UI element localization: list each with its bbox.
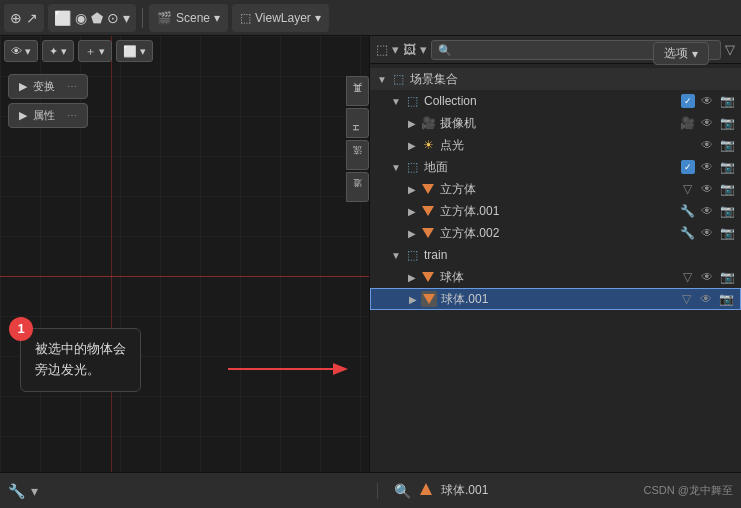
- cube3-eye-icon[interactable]: 👁: [699, 226, 715, 240]
- train-collection-row[interactable]: ▼ ⬚ train: [370, 244, 741, 266]
- camera-eye-icon[interactable]: 👁: [699, 116, 715, 130]
- cube2-wrench-icon: 🔧: [679, 204, 695, 218]
- light-row[interactable]: ▶ ☀ 点光 👁 📷: [370, 134, 741, 156]
- cube3-cam-icon[interactable]: 📷: [719, 226, 735, 240]
- ground-icon: ⬚: [404, 159, 420, 175]
- bb-chevron-icon[interactable]: ▾: [31, 483, 38, 499]
- collection-checkbox[interactable]: ✓: [681, 94, 695, 108]
- sphere2-row[interactable]: ▶ 球体.001 ▽ 👁 📷: [370, 288, 741, 310]
- scene-chevron: ▾: [214, 11, 220, 25]
- camera-row[interactable]: ▶ 🎥 摄像机 🎥 👁 📷: [370, 112, 741, 134]
- view-menu-btn[interactable]: 👁 ▾: [4, 40, 38, 62]
- red-arrow: [228, 361, 348, 377]
- outliner-mode-icon[interactable]: ⬚: [376, 42, 388, 57]
- tab-h[interactable]: H: [346, 108, 369, 138]
- main-area: 👁 ▾ ✦ ▾ ＋ ▾ ⬜ ▾ ▶ 变换 ⋯ ▶ 属性 ⋯ 工具 H 流 道: [0, 36, 741, 472]
- collection-cam-icon[interactable]: 📷: [719, 94, 735, 108]
- scene-collection-row[interactable]: ▼ ⬚ 场景集合: [370, 68, 741, 90]
- scene-collection-name: 场景集合: [410, 71, 735, 88]
- cube2-expand-arrow: ▶: [406, 205, 418, 217]
- sphere2-cam-icon[interactable]: 📷: [718, 292, 734, 306]
- light-icon: ☀: [420, 137, 436, 153]
- outliner-image-icon[interactable]: 🖼: [403, 42, 416, 57]
- outliner-chevron-icon[interactable]: ▾: [392, 42, 399, 57]
- tab-liu[interactable]: 流: [346, 140, 369, 170]
- camera-expand-arrow: ▶: [406, 117, 418, 129]
- bb-watermark: CSDN @龙中舞至: [644, 483, 733, 498]
- light-cam-icon[interactable]: 📷: [719, 138, 735, 152]
- top-toolbar: ⊕ ↗ ⬜ ◉ ⬟ ⊙ ▾ 🎬 Scene ▾ ⬚ ViewLayer ▾: [0, 0, 741, 36]
- transform-button[interactable]: ▶ 变换 ⋯: [8, 74, 88, 99]
- cube1-cam-icon[interactable]: 📷: [719, 182, 735, 196]
- add-menu-btn[interactable]: ＋ ▾: [78, 40, 112, 62]
- cube1-icon: [420, 181, 436, 197]
- cursor2-icon: ⊙: [107, 10, 119, 26]
- ground-collection-row[interactable]: ▼ ⬚ 地面 ✓ 👁 📷: [370, 156, 741, 178]
- sphere1-cam-icon[interactable]: 📷: [719, 270, 735, 284]
- collection-row[interactable]: ▼ ⬚ Collection ✓ 👁 📷: [370, 90, 741, 112]
- collection-name: Collection: [424, 94, 681, 108]
- collection-eye-icon[interactable]: 👁: [699, 94, 715, 108]
- outliner-img-chevron-icon[interactable]: ▾: [420, 42, 427, 57]
- cube1-row[interactable]: ▶ 立方体 ▽ 👁 📷: [370, 178, 741, 200]
- light-name: 点光: [440, 137, 699, 154]
- sphere2-eye-icon[interactable]: 👁: [698, 292, 714, 306]
- scene-label: Scene: [176, 11, 210, 25]
- cube2-right-icons: 🔧 👁 📷: [679, 204, 735, 218]
- ground-cam-icon[interactable]: 📷: [719, 160, 735, 174]
- sphere1-row[interactable]: ▶ 球体 ▽ 👁 📷: [370, 266, 741, 288]
- sphere2-filter-icon: ▽: [678, 292, 694, 306]
- cube2-eye-icon[interactable]: 👁: [699, 204, 715, 218]
- svg-marker-2: [420, 483, 432, 495]
- cube1-filter-icon: ▽: [679, 182, 695, 196]
- toolbar-mode-group[interactable]: ⊕ ↗: [4, 4, 44, 32]
- cube2-row[interactable]: ▶ 立方体.001 🔧 👁 📷: [370, 200, 741, 222]
- tooltip-box: 1 被选中的物体会 旁边发光。: [20, 328, 141, 392]
- tooltip-line2: 旁边发光。: [35, 360, 126, 381]
- cube2-name: 立方体.001: [440, 203, 679, 220]
- sphere2-right-icons: ▽ 👁 📷: [678, 292, 734, 306]
- transform-label: 变换: [33, 79, 55, 94]
- ground-checkbox[interactable]: ✓: [681, 160, 695, 174]
- properties-label: 属性: [33, 108, 55, 123]
- sphere1-name: 球体: [440, 269, 679, 286]
- toolbar-editor-group[interactable]: ⬜ ◉ ⬟ ⊙ ▾: [48, 4, 136, 32]
- select-chevron-icon: ▾: [692, 47, 698, 61]
- sphere1-icon: [420, 269, 436, 285]
- sphere2-expand-arrow: ▶: [407, 293, 419, 305]
- scene-dropdown[interactable]: 🎬 Scene ▾: [149, 4, 228, 32]
- camera-icon2: 🎥: [679, 116, 695, 130]
- camera-right-icons: 🎥 👁 📷: [679, 116, 735, 130]
- scene-icon: ⬚: [390, 71, 406, 87]
- tab-dao[interactable]: 道: [346, 172, 369, 202]
- bb-object-name: 球体.001: [441, 482, 488, 499]
- toolbar-sep-1: [142, 8, 143, 28]
- select-menu-btn[interactable]: ✦ ▾: [42, 40, 74, 62]
- xuan-xiang-button[interactable]: 选项 ▾: [653, 42, 709, 65]
- cube3-right-icons: 🔧 👁 📷: [679, 226, 735, 240]
- bb-left: 🔧 ▾: [8, 483, 378, 499]
- bb-mesh-icon: [419, 482, 433, 499]
- camera-cam-icon[interactable]: 📷: [719, 116, 735, 130]
- outliner-filter-icon[interactable]: ▽: [725, 42, 735, 57]
- bb-tools-icon[interactable]: 🔧: [8, 483, 25, 499]
- ground-eye-icon[interactable]: 👁: [699, 160, 715, 174]
- axis-horizontal: [0, 276, 369, 277]
- properties-button[interactable]: ▶ 属性 ⋯: [8, 103, 88, 128]
- cube3-row[interactable]: ▶ 立方体.002 🔧 👁 📷: [370, 222, 741, 244]
- light-eye-icon[interactable]: 👁: [699, 138, 715, 152]
- object-menu-btn[interactable]: ⬜ ▾: [116, 40, 153, 62]
- cube3-wrench-icon: 🔧: [679, 226, 695, 240]
- cube2-cam-icon[interactable]: 📷: [719, 204, 735, 218]
- viewlayer-dropdown[interactable]: ⬚ ViewLayer ▾: [232, 4, 329, 32]
- sphere1-eye-icon[interactable]: 👁: [699, 270, 715, 284]
- light-right-icons: 👁 📷: [699, 138, 735, 152]
- tab-tools[interactable]: 工具: [346, 76, 369, 106]
- viewport-right-tabs: 工具 H 流 道: [346, 76, 369, 202]
- dots-icon: ⋯: [67, 81, 77, 92]
- bb-search-icon[interactable]: 🔍: [394, 483, 411, 499]
- cube1-eye-icon[interactable]: 👁: [699, 182, 715, 196]
- bottom-bar: 🔧 ▾ 🔍 球体.001 CSDN @龙中舞至: [0, 472, 741, 508]
- arrow-icon: ↗: [26, 10, 38, 26]
- cursor-icon: ⊕: [10, 10, 22, 26]
